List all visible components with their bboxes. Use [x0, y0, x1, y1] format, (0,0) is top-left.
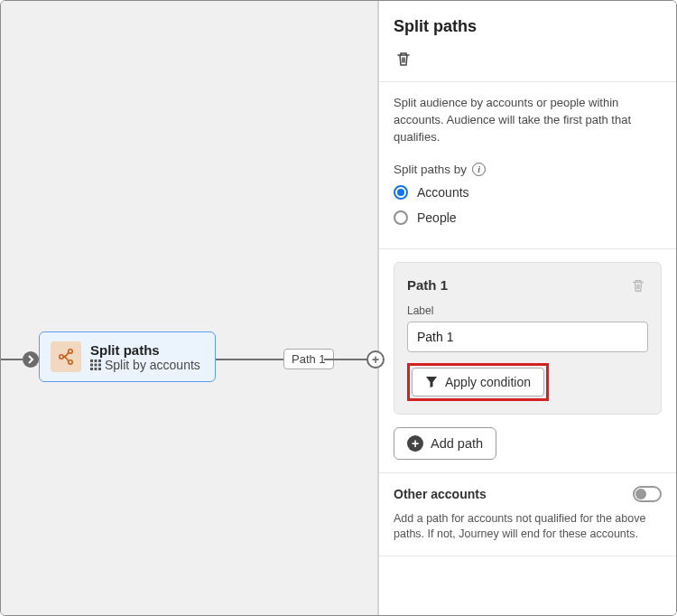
canvas-inner: Split paths Split by accounts: [1, 1, 377, 615]
node-title: Split paths: [90, 342, 200, 358]
plus-circle-icon: +: [407, 435, 423, 452]
radio-label: People: [417, 210, 457, 225]
add-path-label: Add path: [431, 436, 483, 451]
svg-rect-8: [98, 363, 101, 366]
path-card-title: Path 1: [407, 277, 448, 293]
path-card: Path 1 Label Apply condition: [394, 262, 662, 415]
paths-section: Path 1 Label Apply condition: [379, 249, 676, 473]
trash-icon: [631, 278, 645, 293]
other-header: Other accounts: [394, 486, 662, 502]
radio-people[interactable]: People: [394, 210, 662, 225]
svg-rect-11: [98, 368, 101, 370]
other-accounts-description: Add a path for accounts not qualified fo…: [394, 511, 662, 543]
info-icon[interactable]: i: [472, 163, 486, 176]
radio-unselected-icon: [394, 210, 408, 225]
add-path-button[interactable]: + Add path: [394, 427, 496, 460]
radio-selected-icon: [394, 185, 408, 200]
properties-panel: Split paths Split audience by accounts o…: [378, 1, 676, 615]
other-accounts-title: Other accounts: [394, 487, 487, 501]
app-frame: Split paths Split by accounts: [0, 0, 677, 616]
collapse-chevron-icon[interactable]: [23, 351, 39, 368]
svg-rect-10: [95, 368, 97, 370]
connector-line: [216, 359, 283, 360]
split-by-label: Split paths by i: [394, 163, 662, 176]
radio-label: Accounts: [417, 185, 469, 200]
label-field-label: Label: [407, 304, 648, 317]
node-text: Split paths Split by accounts: [90, 342, 200, 372]
accounts-grid-icon: [90, 359, 101, 370]
node-subtitle: Split by accounts: [90, 358, 200, 372]
svg-rect-3: [90, 359, 93, 362]
path-label-input[interactable]: [407, 322, 648, 352]
delete-path-button[interactable]: [628, 275, 648, 295]
panel-title: Split paths: [394, 17, 662, 36]
node-subtitle-text: Split by accounts: [105, 358, 200, 372]
panel-header: Split paths: [379, 1, 676, 82]
delete-node-button[interactable]: [394, 49, 413, 69]
other-accounts-toggle[interactable]: [633, 486, 662, 502]
svg-rect-7: [95, 363, 97, 366]
path-card-header: Path 1: [407, 275, 648, 295]
add-node-button[interactable]: +: [366, 350, 385, 369]
other-accounts-section: Other accounts Add a path for accounts n…: [379, 473, 676, 556]
svg-rect-9: [90, 368, 93, 370]
svg-rect-6: [90, 363, 93, 366]
split-description: Split audience by accounts or people wit…: [394, 95, 662, 146]
journey-canvas[interactable]: Split paths Split by accounts: [1, 1, 378, 615]
apply-condition-label: Apply condition: [445, 375, 531, 389]
svg-rect-4: [95, 359, 97, 362]
split-paths-node[interactable]: Split paths Split by accounts: [39, 331, 216, 382]
radio-accounts[interactable]: Accounts: [394, 185, 662, 200]
svg-point-0: [60, 355, 63, 359]
svg-rect-5: [98, 359, 101, 362]
apply-condition-button[interactable]: Apply condition: [412, 368, 544, 397]
split-icon: [51, 341, 81, 372]
connector-line: [1, 359, 23, 360]
trash-icon: [395, 51, 412, 67]
highlight-annotation: Apply condition: [407, 363, 549, 401]
filter-icon: [425, 376, 438, 388]
split-config-section: Split audience by accounts or people wit…: [379, 82, 676, 249]
